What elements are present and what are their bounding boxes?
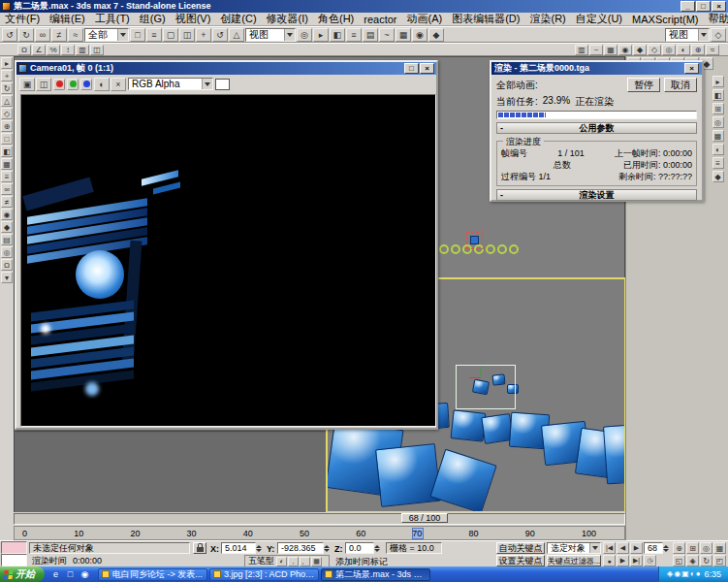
dock-icon-6[interactable]: ◐ bbox=[712, 144, 724, 155]
align-tool-icon[interactable]: ≡ bbox=[1, 171, 13, 182]
select-and-scale-icon[interactable]: △ bbox=[229, 28, 244, 42]
maximize-button[interactable]: □ bbox=[696, 1, 711, 12]
snap-tool-icon[interactable]: Ω bbox=[1, 259, 13, 271]
window-crossing-icon[interactable]: ◫ bbox=[179, 28, 195, 42]
quicklaunch-desktop-icon[interactable]: □ bbox=[64, 568, 77, 581]
green-channel-button[interactable] bbox=[67, 79, 79, 90]
scene-box[interactable] bbox=[603, 424, 626, 485]
region-zoom-icon[interactable]: ◱ bbox=[673, 555, 685, 566]
edit-named-selections-icon[interactable]: ▥ bbox=[76, 45, 89, 55]
clone-window-icon[interactable]: ◫ bbox=[36, 78, 51, 91]
menu-item[interactable]: 帮助(H) bbox=[704, 12, 728, 26]
unlink-tool-icon[interactable]: ≠ bbox=[1, 196, 13, 208]
render-settings-rollout[interactable]: - 渲染设置 bbox=[496, 189, 697, 201]
menu-item[interactable]: 图表编辑器(D) bbox=[447, 12, 524, 26]
mirror-tool-icon[interactable]: ◧ bbox=[1, 146, 13, 157]
schematic-view-2-icon[interactable]: ▦ bbox=[604, 45, 617, 55]
selection-filter-dropdown[interactable]: 全部 bbox=[84, 28, 129, 42]
ime-fullwidth-icon[interactable]: 。 bbox=[300, 557, 310, 566]
zoom-icon[interactable]: ⊕ bbox=[673, 542, 685, 554]
channel-display-dropdown[interactable]: RGB Alpha bbox=[128, 78, 213, 90]
bind-to-space-warp-icon[interactable]: ≈ bbox=[68, 28, 83, 42]
go-to-start-icon[interactable]: |◀ bbox=[603, 542, 616, 554]
scene-box[interactable] bbox=[451, 409, 487, 441]
dock-icon-3[interactable]: ⊞ bbox=[712, 103, 724, 114]
select-tool-icon[interactable]: ▸ bbox=[1, 57, 13, 69]
dock-icon-5[interactable]: ▦ bbox=[712, 130, 724, 142]
close-button[interactable]: × bbox=[712, 1, 726, 12]
more-tools-icon[interactable]: ▾ bbox=[1, 272, 13, 283]
ime-mode-icon[interactable]: ◐ bbox=[276, 557, 287, 566]
helper-circle[interactable] bbox=[451, 244, 460, 254]
helper-circle[interactable] bbox=[497, 244, 507, 254]
tray-icon-4[interactable]: ◐ bbox=[690, 570, 695, 578]
time-slider[interactable]: 68 / 100 bbox=[14, 512, 625, 526]
maxscript-mini-listener-pink[interactable] bbox=[1, 541, 27, 554]
snaps-toggle-icon[interactable]: Ω bbox=[17, 45, 31, 55]
render-window-maximize-button[interactable]: □ bbox=[404, 63, 419, 74]
quicklaunch-player-icon[interactable]: ◉ bbox=[79, 568, 91, 581]
rectangular-region-icon[interactable]: ▢ bbox=[163, 28, 178, 42]
time-configuration-icon[interactable]: ◷ bbox=[644, 555, 656, 566]
pan-view-icon[interactable]: ◈ bbox=[686, 555, 699, 566]
taskbar-clock[interactable]: 6:35 bbox=[704, 569, 721, 579]
rotate-tool-icon[interactable]: ↻ bbox=[1, 82, 13, 94]
light-create-icon[interactable]: ◎ bbox=[662, 45, 676, 55]
named-sets-icon[interactable]: ▥ bbox=[575, 45, 588, 55]
reference-coordinate-dropdown[interactable]: 视图 bbox=[245, 28, 296, 42]
select-and-rotate-icon[interactable]: ↺ bbox=[212, 28, 228, 42]
arc-rotate-icon[interactable]: ↻ bbox=[700, 555, 712, 566]
menu-item[interactable]: 工具(T) bbox=[90, 12, 135, 26]
selected-object-gizmo[interactable] bbox=[470, 236, 479, 244]
red-channel-button[interactable] bbox=[53, 79, 65, 90]
menu-item[interactable]: 文件(F) bbox=[0, 12, 45, 26]
zoom-extents-icon[interactable]: ◎ bbox=[700, 542, 712, 554]
selection-lock-icon[interactable]: ◫ bbox=[90, 45, 104, 55]
z-spinner[interactable] bbox=[374, 542, 382, 554]
zoom-tool-icon[interactable]: ⊕ bbox=[1, 120, 13, 132]
z-coordinate-field[interactable]: 0.0 bbox=[345, 542, 374, 554]
dialog-titlebar[interactable]: 渲染 - 第二场景0000.tga × bbox=[491, 62, 702, 75]
helper-circle[interactable] bbox=[509, 244, 519, 254]
menu-item[interactable]: 创建(C) bbox=[215, 12, 261, 26]
percent-snap-icon[interactable]: % bbox=[47, 45, 60, 55]
time-slider-button[interactable]: 68 / 100 bbox=[401, 513, 448, 523]
dock-icon-2[interactable]: ◧ bbox=[712, 89, 724, 101]
quicklaunch-ie-icon[interactable]: e bbox=[49, 568, 62, 581]
pan-tool-icon[interactable]: ◇ bbox=[1, 108, 13, 119]
set-key-button[interactable]: 设置关键点 bbox=[496, 555, 545, 566]
menu-item[interactable]: 角色(H) bbox=[313, 12, 359, 26]
previous-frame-icon[interactable]: ◀ bbox=[617, 542, 629, 554]
unlink-selection-icon[interactable]: ≠ bbox=[51, 28, 67, 42]
menu-item[interactable]: 组(G) bbox=[135, 12, 171, 26]
spinner-snap-icon[interactable]: ↕ bbox=[61, 45, 75, 55]
layers-tool-icon[interactable]: ▤ bbox=[1, 234, 13, 245]
select-by-name-icon[interactable]: ≡ bbox=[146, 28, 162, 42]
minimize-button[interactable]: _ bbox=[681, 1, 695, 12]
dock-icon-7[interactable]: ≡ bbox=[712, 157, 724, 169]
y-coordinate-field[interactable]: -928.365 bbox=[277, 542, 324, 554]
camera-create-icon[interactable]: ◐ bbox=[677, 45, 690, 55]
material-slot-icon[interactable]: ◉ bbox=[618, 45, 632, 55]
y-spinner[interactable] bbox=[324, 542, 332, 554]
maximize-viewport-toggle-icon[interactable]: ◰ bbox=[713, 555, 726, 566]
render-scene-icon[interactable]: ◆ bbox=[428, 28, 444, 42]
dialog-close-button[interactable]: × bbox=[684, 63, 699, 74]
time-slider-track[interactable] bbox=[14, 513, 625, 525]
current-frame-field[interactable]: 68 bbox=[644, 542, 663, 554]
render-last-icon[interactable]: ◇ bbox=[648, 45, 661, 55]
render-shortcut-icon[interactable]: ◆ bbox=[633, 45, 647, 55]
common-parameters-rollout[interactable]: - 公用参数 bbox=[496, 122, 697, 134]
dock-icon-4[interactable]: ◎ bbox=[712, 116, 724, 128]
helper-circle[interactable] bbox=[486, 244, 495, 254]
frame-spinner[interactable] bbox=[663, 542, 671, 554]
rollout-collapse-icon[interactable]: - bbox=[500, 123, 503, 133]
redo-icon[interactable]: ↻ bbox=[18, 28, 34, 42]
scene-box[interactable] bbox=[429, 449, 496, 513]
select-and-manipulate-icon[interactable]: ▸ bbox=[313, 28, 329, 42]
track-bar[interactable]: 0102030405060708090100 bbox=[14, 526, 625, 540]
selection-lock-toggle[interactable] bbox=[193, 542, 206, 554]
link-tool-icon[interactable]: ∞ bbox=[1, 183, 13, 195]
scale-tool-icon[interactable]: △ bbox=[1, 95, 13, 107]
move-tool-icon[interactable]: + bbox=[1, 70, 13, 81]
